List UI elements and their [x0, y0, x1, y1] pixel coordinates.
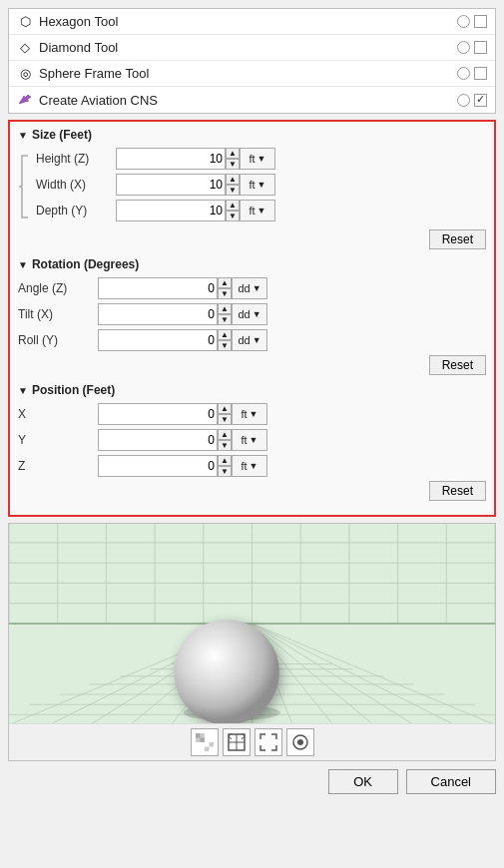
diamond-radio[interactable]: [457, 41, 470, 54]
pos-z-spinner[interactable]: ▲ ▼: [218, 455, 232, 477]
svg-rect-50: [205, 742, 210, 747]
expand-button[interactable]: [254, 728, 282, 756]
position-section-label: Position (Feet): [32, 383, 115, 397]
tool-item-aviation-cns[interactable]: Create Aviation CNS: [9, 87, 495, 113]
hexagon-checkbox[interactable]: [474, 15, 487, 28]
depth-spin-down[interactable]: ▼: [226, 211, 240, 221]
roll-spin-down[interactable]: ▼: [218, 340, 232, 351]
preview-toolbar: [9, 723, 495, 760]
aviation-cns-label: Create Aviation CNS: [39, 93, 158, 108]
pos-x-input[interactable]: [98, 403, 218, 425]
size-fields-wrapper: Height (Z) ▲ ▼ ft ▼: [18, 148, 486, 225]
angle-spinner[interactable]: ▲ ▼: [218, 277, 232, 299]
roll-unit[interactable]: dd ▼: [232, 329, 267, 351]
pos-y-input[interactable]: [98, 429, 218, 451]
depth-input[interactable]: [116, 200, 226, 221]
angle-field-row: Angle (Z) ▲ ▼ dd ▼: [18, 277, 486, 299]
svg-rect-53: [200, 747, 205, 752]
angle-spin-up[interactable]: ▲: [218, 277, 232, 288]
depth-unit[interactable]: ft ▼: [240, 200, 275, 221]
angle-input[interactable]: [98, 277, 218, 299]
grid-fit-button[interactable]: [223, 728, 251, 756]
grid-fit-icon: [228, 733, 246, 751]
pos-z-input[interactable]: [98, 455, 218, 477]
sphere-view-button[interactable]: [286, 728, 314, 756]
roll-spinner[interactable]: ▲ ▼: [218, 329, 232, 351]
tool-item-sphere-frame[interactable]: ◎ Sphere Frame Tool: [9, 61, 495, 87]
height-field-row: Height (Z) ▲ ▼ ft ▼: [36, 148, 486, 170]
checkerboard-button[interactable]: [191, 728, 219, 756]
roll-label: Roll (Y): [18, 333, 98, 347]
cancel-button[interactable]: Cancel: [406, 769, 496, 794]
angle-label: Angle (Z): [18, 281, 98, 295]
rotation-reset-button[interactable]: Reset: [429, 355, 486, 375]
height-spin-up[interactable]: ▲: [226, 148, 240, 159]
aviation-cns-radio[interactable]: [457, 94, 470, 107]
tilt-input[interactable]: [98, 303, 218, 325]
svg-rect-47: [200, 738, 205, 743]
position-reset-row: Reset: [18, 481, 486, 501]
position-arrow-icon: ▼: [18, 385, 28, 396]
tool-item-hexagon[interactable]: ⬡ Hexagon Tool: [9, 9, 495, 35]
height-label: Height (Z): [36, 152, 116, 166]
depth-input-group: ▲ ▼ ft ▼: [116, 200, 275, 221]
position-reset-button[interactable]: Reset: [429, 481, 486, 501]
sphere-frame-icon: ◎: [17, 66, 33, 82]
preview-canvas: [9, 524, 495, 723]
roll-spin-up[interactable]: ▲: [218, 329, 232, 340]
width-spinner[interactable]: ▲ ▼: [226, 174, 240, 196]
pos-y-spin-down[interactable]: ▼: [218, 440, 232, 451]
width-input-group: ▲ ▼ ft ▼: [116, 174, 275, 196]
grid-background: [9, 524, 495, 723]
width-unit[interactable]: ft ▼: [240, 174, 275, 196]
depth-spinner[interactable]: ▲ ▼: [226, 200, 240, 221]
pos-x-unit[interactable]: ft ▼: [232, 403, 267, 425]
sphere-frame-radio[interactable]: [457, 67, 470, 80]
width-label: Width (X): [36, 178, 116, 192]
size-reset-button[interactable]: Reset: [429, 229, 486, 249]
pos-z-unit[interactable]: ft ▼: [232, 455, 267, 477]
width-spin-up[interactable]: ▲: [226, 174, 240, 185]
diamond-checkbox[interactable]: [474, 41, 487, 54]
svg-rect-49: [209, 738, 214, 743]
pos-x-spin-down[interactable]: ▼: [218, 414, 232, 425]
tool-item-diamond[interactable]: ◇ Diamond Tool: [9, 35, 495, 61]
tool-list: ⬡ Hexagon Tool ◇ Diamond Tool ◎ Sphere F…: [8, 8, 496, 114]
width-spin-down[interactable]: ▼: [226, 185, 240, 196]
link-brace-icon: [18, 154, 32, 219]
pos-z-field-row: Z ▲ ▼ ft ▼: [18, 455, 486, 477]
ok-button[interactable]: OK: [328, 769, 398, 794]
svg-rect-48: [205, 733, 210, 738]
tilt-field-row: Tilt (X) ▲ ▼ dd ▼: [18, 303, 486, 325]
pos-z-spin-up[interactable]: ▲: [218, 455, 232, 466]
height-input[interactable]: [116, 148, 226, 170]
depth-label: Depth (Y): [36, 204, 116, 217]
pos-y-spin-up[interactable]: ▲: [218, 429, 232, 440]
pos-y-unit[interactable]: ft ▼: [232, 429, 267, 451]
hexagon-radio[interactable]: [457, 15, 470, 28]
svg-rect-46: [196, 733, 201, 738]
aviation-cns-checkbox[interactable]: [474, 94, 487, 107]
roll-input[interactable]: [98, 329, 218, 351]
height-spinner[interactable]: ▲ ▼: [226, 148, 240, 170]
height-unit[interactable]: ft ▼: [240, 148, 275, 170]
height-spin-down[interactable]: ▼: [226, 159, 240, 170]
angle-unit[interactable]: dd ▼: [232, 277, 267, 299]
sphere-frame-checkbox[interactable]: [474, 67, 487, 80]
hexagon-icon: ⬡: [17, 14, 33, 30]
pos-z-spin-down[interactable]: ▼: [218, 466, 232, 477]
diamond-icon: ◇: [17, 40, 33, 56]
roll-input-group: ▲ ▼ dd ▼: [98, 329, 267, 351]
tilt-spin-up[interactable]: ▲: [218, 303, 232, 314]
tilt-spinner[interactable]: ▲ ▼: [218, 303, 232, 325]
pos-y-label: Y: [18, 433, 98, 447]
pos-x-spin-up[interactable]: ▲: [218, 403, 232, 414]
pos-y-spinner[interactable]: ▲ ▼: [218, 429, 232, 451]
rotation-reset-row: Reset: [18, 355, 486, 375]
tilt-spin-down[interactable]: ▼: [218, 314, 232, 325]
tilt-unit[interactable]: dd ▼: [232, 303, 267, 325]
pos-x-spinner[interactable]: ▲ ▼: [218, 403, 232, 425]
depth-spin-up[interactable]: ▲: [226, 200, 240, 211]
width-input[interactable]: [116, 174, 226, 196]
angle-spin-down[interactable]: ▼: [218, 288, 232, 299]
